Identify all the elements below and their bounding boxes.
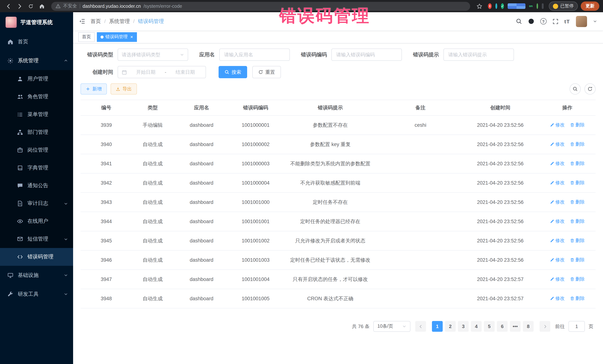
delete-link[interactable]: 删除 — [570, 238, 585, 244]
create-time-range-picker[interactable]: 开始日期 - 结束日期 — [118, 66, 206, 78]
chevron-down-icon[interactable] — [593, 19, 597, 23]
sidebar-item-tools[interactable]: 研发工具 — [0, 285, 73, 304]
cell-code: 1001000002 — [230, 135, 281, 154]
reload-icon[interactable] — [26, 1, 36, 11]
delete-link[interactable]: 删除 — [570, 199, 585, 205]
delete-link[interactable]: 删除 — [570, 122, 585, 128]
edit-label: 修改 — [555, 238, 565, 244]
page-size-select[interactable]: 10条/页 — [373, 321, 410, 332]
edit-link[interactable]: 修改 — [550, 257, 565, 263]
paused-badge[interactable]: 已暂停 — [549, 1, 578, 11]
delete-link[interactable]: 删除 — [570, 276, 585, 282]
reset-button[interactable]: 重置 — [252, 66, 281, 78]
error-type-select[interactable]: 请选择错误码类型 — [118, 49, 188, 61]
page-8-button[interactable]: 8 — [523, 321, 533, 332]
sidebar-item-errcode[interactable]: 错误码管理 — [0, 248, 73, 266]
page-3-button[interactable]: 3 — [458, 321, 469, 332]
toggle-search-button[interactable] — [570, 83, 581, 95]
sidebar-item-dept[interactable]: 部门管理 — [0, 123, 73, 141]
record-extension-icon[interactable] — [488, 3, 492, 9]
edit-link[interactable]: 修改 — [550, 199, 565, 205]
export-button[interactable]: 导出 — [111, 83, 137, 95]
sidebar-item-notice[interactable]: 通知公告 — [0, 177, 73, 195]
sidebar-item-online[interactable]: 在线用户 — [0, 212, 73, 230]
add-button[interactable]: 新增 — [81, 83, 107, 95]
sidebar-item-infra[interactable]: 基础设施 — [0, 266, 73, 285]
sidebar-toggle-icon[interactable] — [79, 18, 85, 24]
page-6-button[interactable]: 6 — [497, 321, 508, 332]
refresh-table-button[interactable] — [584, 83, 596, 95]
sidebar-item-sms[interactable]: 短信管理 — [0, 230, 73, 248]
close-icon[interactable]: × — [130, 34, 133, 40]
edit-link[interactable]: 修改 — [550, 238, 565, 244]
breadcrumb-error-code[interactable]: 错误码管理 — [130, 18, 164, 25]
sidebar-item-dict[interactable]: 字典管理 — [0, 159, 73, 177]
font-size-icon[interactable]: tT — [564, 18, 570, 24]
bookmark-star-icon[interactable] — [475, 1, 484, 11]
table-row: 3942自动生成dashboard1001000004不允许获取敏感配置到前端2… — [81, 173, 596, 193]
page-4-button[interactable]: 4 — [471, 321, 482, 332]
edit-link[interactable]: 修改 — [550, 180, 565, 186]
cell-code: 1001001004 — [230, 270, 281, 289]
forward-icon[interactable] — [15, 1, 24, 11]
green-extension-icon[interactable] — [536, 3, 538, 9]
home-button-icon[interactable] — [37, 1, 47, 11]
tag-home[interactable]: 首页 — [78, 32, 95, 42]
delete-link[interactable]: 删除 — [570, 218, 585, 225]
update-button[interactable]: 更新 — [581, 1, 599, 11]
edit-link[interactable]: 修改 — [550, 161, 565, 167]
help-icon[interactable]: ? — [540, 18, 547, 24]
search-icon[interactable] — [516, 18, 522, 24]
message-icon — [17, 236, 23, 242]
delete-link[interactable]: 删除 — [570, 295, 585, 302]
logo[interactable]: 芋道管理系统 — [0, 12, 73, 32]
edit-link[interactable]: 修改 — [550, 295, 565, 302]
grid-extension-icon[interactable] — [508, 3, 525, 9]
goto-page-input[interactable] — [568, 321, 585, 332]
sidebar-item-system[interactable]: 系统管理 — [0, 51, 73, 70]
search-button[interactable]: 搜索 — [219, 66, 247, 78]
edit-label: 修改 — [555, 161, 565, 167]
sidebar-item-role[interactable]: 角色管理 — [0, 88, 73, 106]
sidebar-item-user[interactable]: 用户管理 — [0, 70, 73, 88]
user-avatar[interactable] — [576, 16, 587, 27]
app-name-input[interactable] — [219, 49, 290, 61]
edit-link[interactable]: 修改 — [550, 122, 565, 128]
page-1-button[interactable]: 1 — [432, 321, 443, 332]
cell-code: 1001001002 — [230, 231, 281, 250]
delete-link[interactable]: 删除 — [570, 141, 585, 147]
table-row: 3946自动生成dashboard1001001003定时任务已经处于该状态，无… — [81, 250, 596, 270]
prev-page-button[interactable] — [415, 321, 426, 332]
teal-extension-icon[interactable] — [495, 3, 497, 9]
next-page-button[interactable] — [540, 321, 550, 332]
delete-link[interactable]: 删除 — [570, 180, 585, 186]
sidebar-item-audit[interactable]: 审计日志 — [0, 195, 73, 212]
error-msg-input[interactable] — [443, 49, 514, 61]
breadcrumb-system[interactable]: 系统管理 — [101, 18, 130, 25]
sidebar-item-label: 短信管理 — [27, 236, 48, 243]
error-code-input[interactable] — [331, 49, 402, 61]
sidebar-item-post[interactable]: 岗位管理 — [0, 141, 73, 159]
edit-link[interactable]: 修改 — [550, 218, 565, 225]
address-bar[interactable]: 不安全 dashboard.yudao.iocoder.cn/system/er… — [51, 2, 470, 11]
sidebar-item-home[interactable]: 首页 — [0, 32, 73, 51]
page-2-button[interactable]: 2 — [445, 321, 456, 332]
delete-link[interactable]: 删除 — [570, 257, 585, 263]
on-badge-extension-icon[interactable]: on — [529, 3, 533, 9]
page-5-button[interactable]: 5 — [484, 321, 495, 332]
cell-id: 3948 — [81, 289, 132, 308]
puzzle-extension-icon[interactable] — [542, 3, 544, 9]
edit-link[interactable]: 修改 — [550, 276, 565, 282]
tag-error-code[interactable]: 错误码管理 × — [97, 32, 137, 42]
check-extension-icon[interactable]: ✓ — [501, 3, 504, 9]
edit-link[interactable]: 修改 — [550, 141, 565, 147]
breadcrumb-home[interactable]: 首页 — [91, 18, 101, 25]
github-icon[interactable] — [528, 18, 534, 24]
sidebar-item-menu[interactable]: 菜单管理 — [0, 106, 73, 123]
cell-code: 1001000003 — [230, 154, 281, 173]
delete-link[interactable]: 删除 — [570, 161, 585, 167]
back-icon[interactable] — [4, 1, 13, 11]
more-pages-button[interactable]: ••• — [510, 321, 521, 332]
column-header: 应用名 — [173, 100, 230, 115]
fullscreen-icon[interactable] — [553, 18, 558, 24]
